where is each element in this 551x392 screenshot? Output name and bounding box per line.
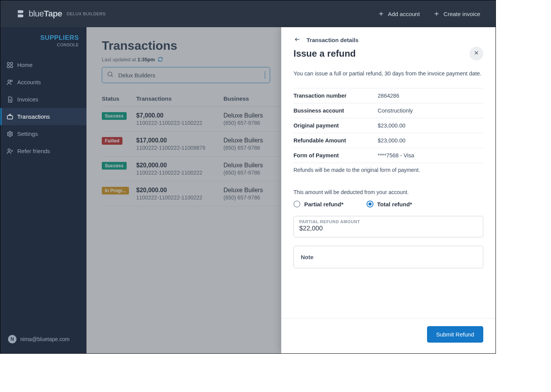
detail-label: Refundable Amount <box>293 137 378 144</box>
svg-rect-1 <box>11 62 13 64</box>
detail-value: ****7568 - Visa <box>378 152 414 158</box>
detail-row: Transaction number 2864286 <box>293 88 483 103</box>
gear-icon <box>7 131 13 137</box>
detail-label: Transaction number <box>293 93 378 99</box>
top-header: blueTape DELUX BUILDERS Add account Crea… <box>0 0 496 27</box>
sidebar-item-invoices[interactable]: Invoices <box>0 91 86 108</box>
sidebar-footer[interactable]: N nima@bluetape.com <box>0 327 86 353</box>
sidebar-item-refer[interactable]: Refer friends <box>0 142 86 160</box>
sidebar-item-transactions[interactable]: Transactions <box>0 108 86 125</box>
document-icon <box>7 96 13 103</box>
user-plus-icon <box>7 148 13 155</box>
org-name: DELUX BUILDERS <box>67 11 106 16</box>
avatar: N <box>8 335 16 343</box>
svg-rect-6 <box>7 116 13 119</box>
submit-refund-button[interactable]: Submit Refund <box>427 326 483 343</box>
sidebar-subtitle: CONSOLE <box>8 42 79 47</box>
close-button[interactable] <box>469 47 483 60</box>
detail-value: $23,000.00 <box>378 122 406 129</box>
detail-table: Transaction number 2864286 Bussiness acc… <box>293 88 483 163</box>
detail-label: Bussiness account <box>293 108 378 114</box>
amount-input[interactable] <box>299 225 478 232</box>
svg-rect-3 <box>11 65 13 67</box>
user-email: nima@bluetape.com <box>20 336 70 342</box>
amount-field-label: PARTIAL REFUND AMOUNT <box>299 219 478 224</box>
drawer-description: You can issue a full or partial refund, … <box>293 70 483 77</box>
detail-value: $23,000.00 <box>378 137 406 144</box>
add-account-label: Add account <box>388 11 420 17</box>
back-label: Transaction details <box>306 37 359 43</box>
refund-type-radios: Partial refund* Total refund* <box>293 201 483 207</box>
sidebar-nav: Home Accounts Invoices Transactions Sett… <box>0 56 86 160</box>
drawer-footer: Submit Refund <box>281 318 496 353</box>
sidebar-item-accounts[interactable]: Accounts <box>0 74 86 91</box>
detail-row: Original payment $23,000.00 <box>293 118 483 133</box>
sidebar-item-settings[interactable]: Settings <box>0 125 86 142</box>
partial-refund-radio[interactable]: Partial refund* <box>293 201 344 207</box>
plus-icon <box>434 11 440 17</box>
arrow-left-icon <box>293 36 301 44</box>
total-refund-radio[interactable]: Total refund* <box>367 201 412 207</box>
plus-icon <box>378 11 384 17</box>
partial-refund-label: Partial refund* <box>304 201 344 207</box>
sidebar-item-label: Transactions <box>17 113 50 120</box>
create-invoice-button[interactable]: Create invoice <box>434 11 480 17</box>
grid-icon <box>7 62 13 69</box>
detail-row: Bussiness account Constructionly <box>293 103 483 118</box>
sidebar-item-label: Settings <box>17 131 38 137</box>
users-icon <box>7 79 13 86</box>
detail-value: Constructionly <box>378 108 413 114</box>
close-icon <box>473 50 479 57</box>
brand-logo-icon <box>16 10 24 18</box>
note-field[interactable]: Note <box>293 246 483 268</box>
logo-group: blueTape DELUX BUILDERS <box>16 9 106 19</box>
sidebar-item-label: Invoices <box>17 96 38 103</box>
sidebar-item-label: Home <box>17 62 33 68</box>
brand-name: blueTape <box>29 9 62 19</box>
add-account-button[interactable]: Add account <box>378 11 420 17</box>
sidebar-item-home[interactable]: Home <box>0 56 86 74</box>
back-button[interactable]: Transaction details <box>293 36 483 44</box>
create-invoice-label: Create invoice <box>443 11 480 17</box>
svg-point-5 <box>11 80 13 82</box>
detail-value: 2864286 <box>378 93 399 99</box>
svg-point-8 <box>8 149 10 151</box>
detail-label: Form of Payment <box>293 152 378 158</box>
partial-amount-field[interactable]: PARTIAL REFUND AMOUNT <box>293 216 483 237</box>
deduct-note: This amount will be deducted from your a… <box>293 189 483 195</box>
svg-rect-0 <box>7 62 9 64</box>
sidebar-title: SUPPLIERS <box>8 34 79 42</box>
detail-label: Original payment <box>293 122 378 129</box>
sidebar-item-label: Refer friends <box>17 148 50 154</box>
sidebar: SUPPLIERS CONSOLE Home Accounts Invoices <box>0 27 86 353</box>
sidebar-item-label: Accounts <box>17 79 41 85</box>
radio-icon <box>293 201 300 207</box>
detail-row: Form of Payment ****7568 - Visa <box>293 148 483 163</box>
total-refund-label: Total refund* <box>377 201 412 207</box>
briefcase-icon <box>7 113 13 120</box>
refund-drawer: Transaction details Issue a refund You c… <box>281 27 496 353</box>
refund-note: Refunds will be made to the original for… <box>293 167 483 173</box>
svg-rect-2 <box>7 65 9 67</box>
svg-point-7 <box>9 133 11 135</box>
svg-point-4 <box>8 80 10 82</box>
note-placeholder: Note <box>301 254 313 260</box>
radio-icon <box>367 201 373 207</box>
drawer-title: Issue a refund <box>293 48 356 59</box>
detail-row: Refundable Amount $23,000.00 <box>293 133 483 148</box>
